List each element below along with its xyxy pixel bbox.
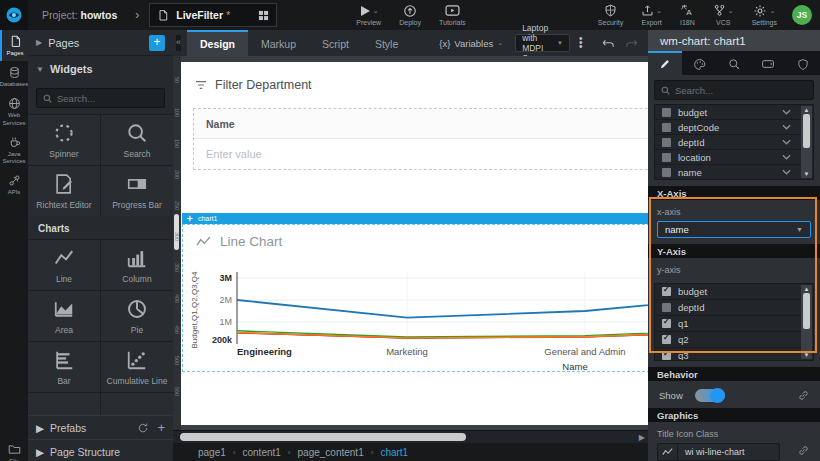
field-row-name[interactable]: name — [655, 165, 813, 180]
rail-item-file-explorer[interactable]: File Explorer — [0, 438, 28, 461]
widget-tile-column[interactable]: Column — [101, 240, 173, 290]
redo-button[interactable] — [625, 38, 638, 49]
field-checkbox[interactable] — [662, 153, 671, 162]
properties-search-input[interactable] — [675, 85, 807, 96]
widget-tile-area[interactable]: Area — [28, 291, 100, 341]
grid-icon[interactable] — [258, 10, 269, 21]
widget-tile-searchw[interactable]: Search — [101, 115, 173, 165]
device-select[interactable]: Laptop with MDPI Screen ▼ — [515, 34, 570, 52]
bind-property-icon[interactable] — [798, 445, 809, 456]
list-scrollbar[interactable]: ▲ ▼ — [801, 285, 812, 359]
accordion-page-structure[interactable]: ▶ Page Structure — [28, 439, 173, 461]
preview-button[interactable]: ⌄ Preview — [347, 0, 390, 30]
security-button[interactable]: Security — [589, 0, 632, 30]
more-options-button[interactable]: ••• — [579, 37, 583, 49]
scrollbar-thumb[interactable] — [803, 293, 810, 329]
add-page-button[interactable]: + — [149, 35, 165, 51]
deploy-button[interactable]: Deploy — [390, 0, 430, 30]
undo-button[interactable] — [602, 38, 615, 49]
field-row-budget[interactable]: budget — [655, 105, 813, 120]
wavemaker-logo[interactable] — [0, 0, 28, 30]
tab-markup[interactable]: Markup — [248, 30, 309, 56]
field-row-deptId[interactable]: deptId — [655, 135, 813, 150]
breadcrumb-item-content1[interactable]: content1 — [242, 447, 280, 458]
widget-tile-progress[interactable]: Progress Bar — [101, 166, 173, 216]
chevron-down-icon[interactable] — [782, 109, 791, 115]
yaxis-checkbox[interactable] — [662, 303, 671, 312]
widget-tile-cumline[interactable]: Cumulative Line — [101, 342, 173, 392]
chart-widget[interactable]: Line Chart 200k1M2M3MEngineeringMarketin… — [182, 224, 648, 372]
refresh-icon[interactable] — [137, 422, 149, 434]
properties-tab-mobile[interactable] — [751, 51, 785, 75]
widget-tile-richtext[interactable]: Richtext Editor — [28, 166, 100, 216]
scroll-up-arrow-icon[interactable]: ▲ — [804, 285, 810, 293]
scrollbar-thumb[interactable] — [803, 114, 810, 148]
breadcrumb-item-page_content1[interactable]: page_content1 — [298, 447, 364, 458]
widget-search-input[interactable] — [57, 93, 158, 104]
field-row-location[interactable]: location — [655, 150, 813, 165]
properties-tab-properties[interactable] — [648, 51, 682, 75]
yaxis-checkbox[interactable] — [662, 287, 671, 296]
add-prefab-button[interactable]: + — [157, 422, 165, 434]
vcs-button[interactable]: ⌄ VCS — [704, 0, 743, 30]
breadcrumb-item-chart1[interactable]: chart1 — [380, 447, 408, 458]
widget-tile-spinner[interactable]: Spinner — [28, 115, 100, 165]
open-page-tab[interactable]: LiveFilter * — [149, 3, 277, 27]
i18n-button[interactable]: A I18N — [671, 0, 704, 30]
chevron-down-icon[interactable] — [782, 139, 791, 145]
show-toggle[interactable] — [695, 389, 725, 402]
rail-item-databases[interactable]: Databases — [0, 61, 28, 92]
widgets-accordion[interactable]: ▼ Widgets — [28, 56, 173, 82]
rail-item-java-services[interactable]: Java Services — [0, 131, 28, 169]
rail-item-web-services[interactable]: Web Services — [0, 92, 28, 130]
livefilter-widget[interactable]: Name — [193, 108, 648, 170]
scroll-down-arrow-icon[interactable]: ▼ — [804, 170, 810, 178]
widget-tile-pie[interactable]: Pie — [101, 291, 173, 341]
canvas-horizontal-scrollbar[interactable]: ▶ — [173, 430, 648, 443]
widget-tile-bubble[interactable] — [101, 393, 173, 415]
rail-item-apis[interactable]: APIs — [0, 169, 28, 200]
tab-script[interactable]: Script — [309, 30, 362, 56]
properties-tab-styles[interactable] — [682, 51, 716, 75]
field-checkbox[interactable] — [662, 168, 671, 177]
selected-widget-handle[interactable]: ✛ chart1 — [182, 213, 648, 224]
scroll-down-arrow-icon[interactable]: ▼ — [804, 351, 810, 359]
hscroll-thumb[interactable] — [180, 433, 466, 441]
scroll-up-arrow-icon[interactable]: ▲ — [804, 106, 810, 114]
yaxis-option-budget[interactable]: budget — [655, 284, 813, 300]
chevron-down-icon[interactable] — [782, 169, 791, 175]
pages-accordion[interactable]: ▶ Pages + — [28, 30, 173, 56]
properties-tab-security[interactable] — [786, 51, 820, 75]
scroll-right-arrow-icon[interactable]: ▶ — [639, 433, 645, 442]
user-avatar[interactable]: JS — [792, 5, 812, 25]
field-checkbox[interactable] — [662, 138, 671, 147]
widget-tile-bar[interactable]: Bar — [28, 342, 100, 392]
rail-item-pages[interactable]: Pages — [0, 30, 28, 61]
filter-name-input[interactable] — [206, 148, 648, 160]
yaxis-option-q2[interactable]: q2 — [655, 332, 813, 348]
widget-tile-line[interactable]: Line — [28, 240, 100, 290]
widget-tile-donut[interactable] — [28, 393, 100, 415]
chevron-down-icon[interactable] — [782, 124, 791, 130]
field-checkbox[interactable] — [662, 123, 671, 132]
yaxis-option-q1[interactable]: q1 — [655, 316, 813, 332]
bind-property-icon[interactable] — [798, 390, 809, 401]
chevron-down-icon[interactable] — [782, 154, 791, 160]
field-row-deptCode[interactable]: deptCode — [655, 120, 813, 135]
yaxis-checkbox[interactable] — [662, 335, 671, 344]
properties-tab-events[interactable] — [717, 51, 751, 75]
tutorials-button[interactable]: Tutorials — [430, 0, 475, 30]
list-scrollbar[interactable]: ▲ ▼ — [801, 106, 812, 178]
livefilter-title[interactable]: Filter Department — [195, 78, 312, 92]
tab-style[interactable]: Style — [362, 30, 411, 56]
project-name[interactable]: Project: howtos — [42, 9, 117, 21]
xaxis-select[interactable]: name ▼ — [657, 221, 811, 238]
yaxis-checkbox[interactable] — [662, 351, 671, 360]
settings-button[interactable]: ⌄ Settings — [743, 0, 786, 30]
collapse-left-panel-button[interactable]: « — [176, 35, 181, 51]
breadcrumb-item-page1[interactable]: page1 — [198, 447, 226, 458]
yaxis-checkbox[interactable] — [662, 319, 671, 328]
tab-design[interactable]: Design — [187, 30, 248, 56]
yaxis-option-deptId[interactable]: deptId — [655, 300, 813, 316]
export-button[interactable]: ⌄ Export — [632, 0, 671, 30]
